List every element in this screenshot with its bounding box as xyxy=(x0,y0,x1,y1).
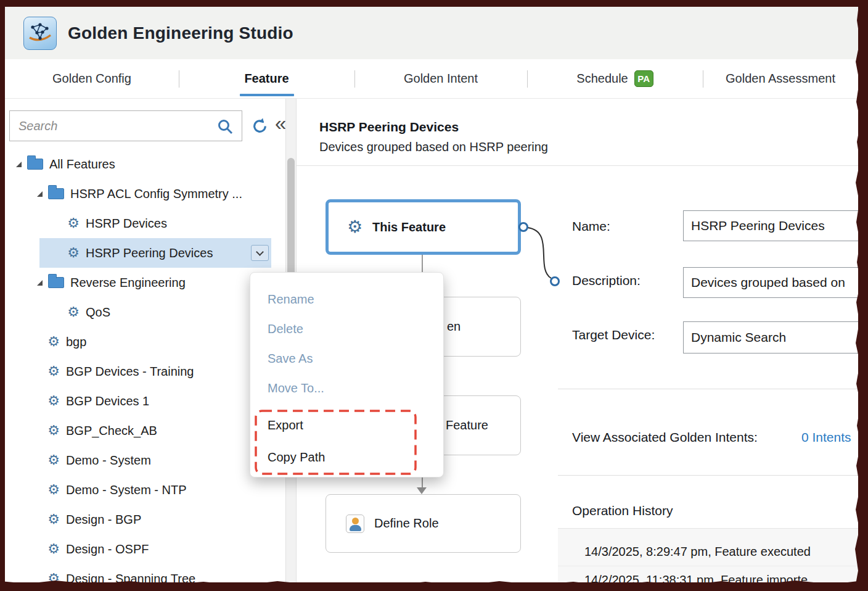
tree-item-label: HSRP Devices xyxy=(86,217,167,231)
pa-badge: PA xyxy=(634,70,653,87)
tree-item-label: HSRP Peering Devices xyxy=(86,246,213,260)
collapse-sidebar-icon[interactable] xyxy=(275,113,286,133)
search-input[interactable] xyxy=(9,110,242,141)
tree-item-label: HSRP ACL Config Symmetry ... xyxy=(70,187,242,201)
tree-item-hsrp-acl-config-symmetry[interactable]: HSRP ACL Config Symmetry ... xyxy=(5,179,285,209)
tree-item-all-features[interactable]: All Features xyxy=(5,149,285,179)
app-window: Golden Engineering Studio Golden ConfigF… xyxy=(5,7,858,582)
folder-icon xyxy=(48,277,64,288)
menu-item-save-as: Save As xyxy=(250,344,443,373)
tree-item-label: QoS xyxy=(86,305,110,320)
tree-item-label: Demo - System - NTP xyxy=(66,483,187,497)
operation-history-list: 14/3/2025, 8:29:47 pm, Feature executed1… xyxy=(558,528,858,582)
menu-item-delete: Delete xyxy=(250,314,443,344)
feature-gear-icon xyxy=(67,246,80,260)
tree-item-demo-system-ntp[interactable]: Demo - System - NTP xyxy=(5,475,285,505)
tree-item-bgp[interactable]: bgp xyxy=(5,327,285,357)
feature-tree: All FeaturesHSRP ACL Config Symmetry ...… xyxy=(5,149,285,582)
tree-item-label: Reverse Engineering xyxy=(70,276,186,290)
tree-item-design-ospf[interactable]: Design - OSPF xyxy=(5,534,285,564)
tab-golden-assessment[interactable]: Golden Assessment xyxy=(703,59,858,98)
tab-feature[interactable]: Feature xyxy=(179,59,354,98)
expand-triangle-icon[interactable] xyxy=(37,280,43,286)
tab-label: Feature xyxy=(244,72,289,86)
menu-item-rename: Rename xyxy=(250,284,443,314)
target-device-field[interactable] xyxy=(683,321,858,353)
feature-gear-icon xyxy=(47,453,60,468)
page-subtitle: Devices grouped based on HSRP peering xyxy=(319,140,548,154)
expand-triangle-icon[interactable] xyxy=(37,191,43,197)
tree-item-hsrp-peering-devices[interactable]: HSRP Peering Devices xyxy=(5,238,285,268)
tree-item-hsrp-devices[interactable]: HSRP Devices xyxy=(5,209,285,238)
tree-item-bgp-check-ab[interactable]: BGP_Check_AB xyxy=(5,416,285,445)
tree-item-label: Design - OSPF xyxy=(66,542,149,556)
feature-gear-icon xyxy=(47,394,60,408)
tree-item-demo-system[interactable]: Demo - System xyxy=(5,445,285,475)
tree-item-reverse-engineering[interactable]: Reverse Engineering xyxy=(5,268,285,297)
feature-gear-icon xyxy=(67,217,80,231)
history-entry: 14/3/2025, 8:29:47 pm, Feature executed xyxy=(558,538,858,566)
tree-item-design-spanning-tree[interactable]: Design - Spanning Tree xyxy=(5,564,285,582)
app-title: Golden Engineering Studio xyxy=(68,23,293,43)
app-header: Golden Engineering Studio xyxy=(5,7,858,59)
tree-item-label: Design - Spanning Tree xyxy=(66,572,195,583)
tree-item-label: BGP Devices - Training xyxy=(66,365,194,379)
tab-label: Golden Config xyxy=(52,72,131,86)
tree-item-label: Demo - System xyxy=(66,453,151,468)
tab-golden-config[interactable]: Golden Config xyxy=(5,59,179,98)
item-menu-button[interactable] xyxy=(251,245,269,261)
flow-node-label: Feature xyxy=(446,418,488,432)
tree-item-bgp-devices-1[interactable]: BGP Devices 1 xyxy=(5,386,285,416)
divider xyxy=(558,475,858,476)
connector-port-icon[interactable] xyxy=(518,222,528,232)
feature-gear-icon xyxy=(47,483,60,497)
flow-node-this-feature[interactable]: This Feature xyxy=(326,199,521,255)
name-label: Name: xyxy=(572,219,610,234)
tree-item-design-bgp[interactable]: Design - BGP xyxy=(5,505,285,534)
expand-triangle-icon[interactable] xyxy=(16,162,22,167)
feature-gear-icon xyxy=(347,218,362,236)
feature-gear-icon xyxy=(47,335,60,349)
tab-label: Golden Assessment xyxy=(726,72,835,86)
tab-schedule[interactable]: SchedulePA xyxy=(527,59,703,98)
divider xyxy=(297,165,858,166)
refresh-icon[interactable] xyxy=(251,117,269,135)
role-person-icon xyxy=(346,515,364,533)
name-field[interactable] xyxy=(683,210,858,241)
folder-icon xyxy=(27,159,43,170)
tab-golden-intent[interactable]: Golden Intent xyxy=(354,59,527,98)
feature-gear-icon xyxy=(47,424,60,438)
tree-item-label: Design - BGP xyxy=(66,513,141,527)
chevron-down-icon xyxy=(256,248,264,256)
page-title: HSRP Peering Devices xyxy=(319,120,459,134)
tab-label: Schedule xyxy=(576,72,628,86)
context-menu: RenameDeleteSave AsMove To...ExportCopy … xyxy=(250,272,444,477)
feature-gear-icon xyxy=(47,542,60,556)
tree-item-label: BGP_Check_AB xyxy=(66,424,157,438)
description-field[interactable] xyxy=(683,267,858,298)
associated-intents-label: View Associated Golden Intents: xyxy=(572,430,758,445)
menu-item-move-to: Move To... xyxy=(250,373,443,403)
feature-gear-icon xyxy=(67,305,80,320)
tab-bar: Golden ConfigFeatureGolden IntentSchedul… xyxy=(5,59,858,99)
flow-node-define-role[interactable]: Define Role xyxy=(326,494,521,553)
flow-node-label: Define Role xyxy=(374,516,439,531)
tab-label: Golden Intent xyxy=(404,72,478,86)
network-graph-glyph xyxy=(28,21,52,46)
feature-gear-icon xyxy=(47,513,60,527)
history-entry: 14/2/2025, 11:38:31 pm, Feature importe xyxy=(558,566,858,582)
menu-item-export[interactable]: Export xyxy=(250,410,443,440)
flow-node-label: This Feature xyxy=(372,220,446,234)
description-label: Description: xyxy=(572,273,641,288)
tree-item-qos[interactable]: QoS xyxy=(5,297,285,327)
divider xyxy=(558,389,858,389)
tree-item-bgp-devices-training[interactable]: BGP Devices - Training xyxy=(5,357,285,386)
target-device-label: Target Device: xyxy=(572,328,655,342)
intents-count-link[interactable]: 0 Intents xyxy=(801,430,851,445)
connector-port-icon[interactable] xyxy=(550,276,560,286)
feature-gear-icon xyxy=(47,572,60,583)
search-icon[interactable] xyxy=(217,118,234,135)
menu-item-copy-path[interactable]: Copy Path xyxy=(250,442,443,472)
app-logo-icon xyxy=(23,17,57,50)
tree-item-label: BGP Devices 1 xyxy=(66,394,149,408)
